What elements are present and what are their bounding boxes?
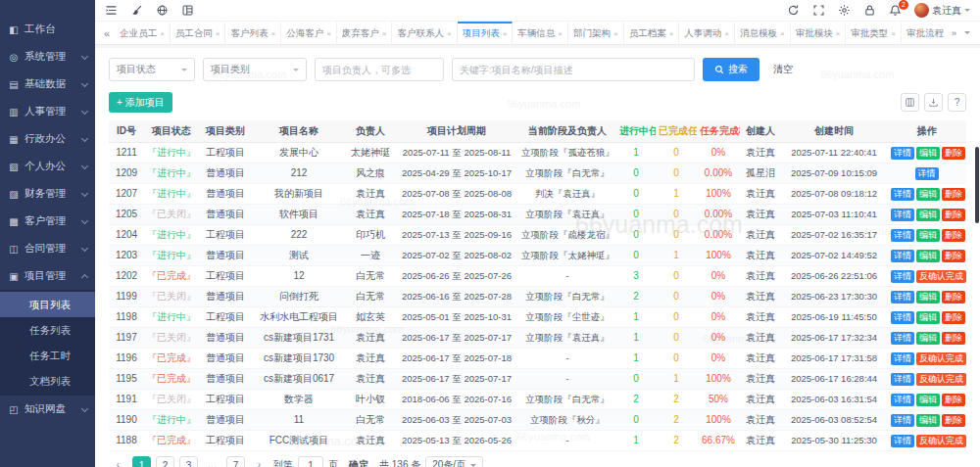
page-button-1[interactable]: 1	[132, 456, 151, 467]
help-icon[interactable]: ?	[948, 93, 966, 112]
close-icon[interactable]: ×	[447, 29, 452, 38]
tab-人事调动[interactable]: 人事调动×	[679, 22, 735, 44]
sidebar-item-系统管理[interactable]: ◎系统管理	[0, 43, 95, 70]
tab-审批流程[interactable]: 审批流程×	[902, 22, 946, 44]
sidebar-subitem-项目列表[interactable]: 项目列表	[0, 292, 95, 317]
sidebar-item-行政办公[interactable]: ▦行政办公	[0, 125, 95, 153]
sidebar-item-人事管理[interactable]: ▥人事管理	[0, 98, 95, 125]
globe-icon[interactable]	[156, 4, 169, 17]
close-icon[interactable]: ×	[382, 29, 387, 38]
close-icon[interactable]: ×	[669, 29, 674, 38]
详情-button[interactable]: 详情	[891, 209, 914, 221]
sidebar-item-基础数据[interactable]: ▤基础数据	[0, 70, 95, 98]
jump-page-input[interactable]	[298, 456, 323, 467]
close-icon[interactable]: ×	[891, 29, 896, 38]
gear-icon[interactable]	[838, 4, 851, 17]
close-icon[interactable]: ×	[503, 29, 508, 38]
sidebar-item-个人办公[interactable]: ▧个人办公	[0, 153, 95, 180]
编辑-button[interactable]: 编辑	[916, 291, 940, 304]
详情-button[interactable]: 详情	[891, 435, 914, 447]
page-size-select[interactable]: 20条/页	[425, 456, 483, 467]
编辑-button[interactable]: 编辑	[916, 394, 940, 406]
tab-员工档案[interactable]: 员工档案×	[624, 22, 680, 44]
编辑-button[interactable]: 编辑	[916, 311, 940, 324]
close-icon[interactable]: ×	[836, 29, 841, 38]
page-button-3[interactable]: 3	[179, 456, 198, 467]
close-icon[interactable]: ×	[558, 29, 563, 38]
删除-button[interactable]: 删除	[942, 311, 965, 324]
jump-confirm-button[interactable]: 确定	[343, 456, 374, 467]
close-icon[interactable]: ×	[270, 29, 275, 38]
删除-button[interactable]: 删除	[942, 332, 965, 345]
export-icon[interactable]	[924, 93, 943, 112]
menu-fold-icon[interactable]	[105, 4, 118, 17]
详情-button[interactable]: 详情	[891, 414, 914, 427]
tabs-menu-chevron-icon[interactable]	[964, 31, 970, 37]
详情-button[interactable]: 详情	[891, 352, 914, 365]
tabs-scroll-left[interactable]: «	[99, 22, 115, 44]
详情-button[interactable]: 详情	[891, 250, 914, 262]
tab-部门架构[interactable]: 部门架构×	[568, 22, 624, 44]
keyword-input[interactable]	[452, 58, 695, 81]
notifications[interactable]: 2	[889, 4, 902, 17]
sidebar-item-工作台[interactable]: ◧工作台	[0, 16, 95, 43]
详情-button[interactable]: 详情	[891, 311, 914, 324]
详情-button[interactable]: 详情	[891, 373, 914, 386]
close-icon[interactable]: ×	[216, 29, 220, 38]
删除-button[interactable]: 删除	[942, 414, 965, 427]
tab-废弃客户[interactable]: 废弃客户×	[337, 22, 393, 44]
详情-button[interactable]: 详情	[915, 167, 939, 180]
close-icon[interactable]: ×	[780, 29, 785, 38]
删除-button[interactable]: 删除	[942, 147, 965, 160]
详情-button[interactable]: 详情	[891, 270, 914, 283]
add-project-button[interactable]: + 添加项目	[109, 92, 172, 113]
search-button[interactable]: 搜索	[703, 58, 760, 81]
project-owner-input[interactable]	[315, 58, 444, 81]
sidebar-item-项目管理[interactable]: ▣项目管理	[0, 262, 95, 290]
反确认完成-button[interactable]: 反确认完成	[916, 352, 966, 365]
next-page-button[interactable]: ›	[250, 456, 269, 467]
tab-客户联系人[interactable]: 客户联系人×	[392, 22, 457, 44]
删除-button[interactable]: 删除	[942, 229, 965, 242]
tab-消息模板[interactable]: 消息模板×	[735, 22, 791, 44]
编辑-button[interactable]: 编辑	[916, 147, 940, 160]
删除-button[interactable]: 删除	[942, 209, 965, 221]
tab-企业员工[interactable]: 企业员工×	[115, 22, 171, 44]
brush-icon[interactable]	[130, 4, 143, 17]
tab-员工合同[interactable]: 员工合同×	[171, 22, 226, 44]
close-icon[interactable]: ×	[724, 29, 729, 38]
close-icon[interactable]: ×	[326, 29, 331, 38]
tab-客户列表[interactable]: 客户列表×	[225, 22, 281, 44]
编辑-button[interactable]: 编辑	[916, 414, 940, 427]
删除-button[interactable]: 删除	[942, 291, 965, 304]
反确认完成-button[interactable]: 反确认完成	[916, 373, 966, 386]
sidebar-item-客户管理[interactable]: ▩客户管理	[0, 208, 95, 235]
详情-button[interactable]: 详情	[891, 188, 914, 201]
columns-icon[interactable]	[901, 93, 919, 112]
详情-button[interactable]: 详情	[891, 229, 914, 242]
tab-车辆信息[interactable]: 车辆信息×	[513, 22, 568, 44]
编辑-button[interactable]: 编辑	[916, 229, 940, 242]
tabs-scroll-right[interactable]: »	[952, 27, 956, 38]
编辑-button[interactable]: 编辑	[916, 332, 940, 345]
删除-button[interactable]: 删除	[942, 250, 965, 262]
反确认完成-button[interactable]: 反确认完成	[916, 435, 966, 447]
删除-button[interactable]: 删除	[942, 394, 965, 406]
user-menu[interactable]: 袁迁真	[914, 3, 970, 18]
page-button-2[interactable]: 2	[156, 456, 174, 467]
编辑-button[interactable]: 编辑	[916, 188, 940, 201]
layout-icon[interactable]	[181, 4, 194, 17]
lock-icon[interactable]	[863, 4, 876, 17]
详情-button[interactable]: 详情	[891, 147, 914, 160]
page-button-7[interactable]: 7	[226, 456, 245, 467]
tab-审批类型[interactable]: 审批类型×	[846, 22, 902, 44]
refresh-icon[interactable]	[787, 4, 800, 17]
删除-button[interactable]: 删除	[942, 188, 965, 201]
sidebar-item-合同管理[interactable]: ◫合同管理	[0, 235, 95, 262]
sidebar-subitem-任务列表[interactable]: 任务列表	[0, 317, 95, 343]
详情-button[interactable]: 详情	[891, 394, 914, 406]
sidebar-subitem-文档列表[interactable]: 文档列表	[0, 368, 95, 394]
project-status-select[interactable]: 项目状态	[109, 58, 195, 81]
tab-审批模块[interactable]: 审批模块×	[791, 22, 847, 44]
反确认完成-button[interactable]: 反确认完成	[916, 270, 966, 283]
